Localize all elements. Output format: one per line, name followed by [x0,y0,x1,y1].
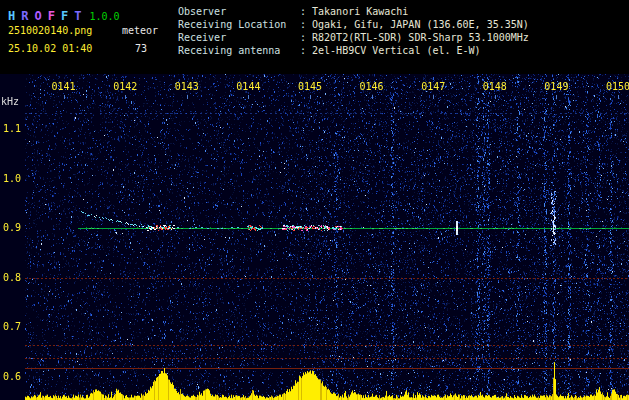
freq-tick-label: 1.1 [3,123,21,134]
hrofft-window: HROFFT1.0.0 2510020140.pngmeteor 25.10.0… [0,0,629,400]
info-row: Observer:Takanori Kawachi [178,5,529,18]
spectrogram-canvas [0,74,629,400]
info-value: R820T2(RTL-SDR) SDR-Sharp 53.1000MHz [306,32,529,43]
title-letter: F [48,9,55,23]
spectrogram-panel: 0141014201430144014501460147014801490150… [0,74,629,400]
date-line: 25.10.02 01:4073 [8,43,147,54]
app-title-letters: HROFFT [8,5,87,24]
time-tick-label: 0149 [543,81,569,92]
freq-tick-label: 1.0 [3,173,21,184]
info-value: Ogaki, Gifu, JAPAN (136.60E, 35.35N) [306,19,529,30]
output-filename: 2510020140.png [8,25,122,36]
time-tick-label: 0142 [112,81,138,92]
info-label: Receiver [178,31,300,44]
time-tick-label: 0141 [51,81,77,92]
freq-tick-label: 0.9 [3,222,21,233]
station-info: Observer:Takanori KawachiReceiving Locat… [178,5,529,57]
info-label: Receiving Location [178,18,300,31]
app-title: HROFFT1.0.0 [8,5,120,24]
time-tick-label: 0143 [174,81,200,92]
freq-tick-label: 0.7 [3,321,21,332]
echo-count: 73 [135,43,147,54]
time-tick-label: 0147 [420,81,446,92]
freq-unit-label: kHz [1,96,19,107]
app-version: 1.0.0 [89,11,119,22]
title-letter: T [74,9,81,23]
title-letter: R [21,9,28,23]
header-bar: HROFFT1.0.0 2510020140.pngmeteor 25.10.0… [0,0,629,74]
file-line: 2510020140.pngmeteor [8,25,158,36]
time-tick-label: 0144 [235,81,261,92]
info-label: Receiving antenna [178,44,300,57]
title-letter: F [61,9,68,23]
record-datetime: 25.10.02 01:40 [8,43,135,54]
time-tick-label: 0148 [482,81,508,92]
time-tick-label: 0145 [297,81,323,92]
info-row: Receiving antenna:2el-HB9CV Vertical (el… [178,44,529,57]
title-letter: O [34,9,41,23]
mode-label: meteor [122,25,158,36]
freq-tick-label: 0.8 [3,272,21,283]
title-letter: H [8,9,15,23]
info-row: Receiving Location:Ogaki, Gifu, JAPAN (1… [178,18,529,31]
info-value: Takanori Kawachi [306,6,408,17]
info-label: Observer [178,5,300,18]
time-tick-label: 0146 [359,81,385,92]
info-row: Receiver:R820T2(RTL-SDR) SDR-Sharp 53.10… [178,31,529,44]
freq-tick-label: 0.6 [3,371,21,382]
info-value: 2el-HB9CV Vertical (el. E-W) [306,45,481,56]
time-tick-label: 0150 [605,81,629,92]
